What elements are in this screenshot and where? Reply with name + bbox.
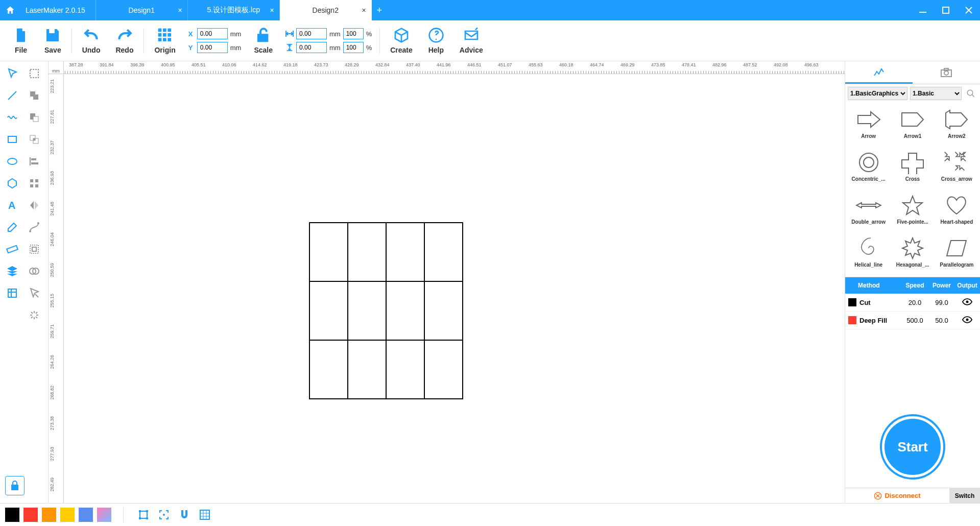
color-swatch[interactable]	[79, 508, 93, 522]
redo-icon	[116, 27, 133, 43]
close-icon[interactable]: ×	[270, 6, 274, 14]
category1-select[interactable]: 1.BasicGraphics	[848, 87, 907, 100]
polygon-tool[interactable]	[3, 174, 22, 193]
search-button[interactable]	[964, 87, 977, 100]
text-tool[interactable]: A	[3, 196, 22, 215]
tab-design1[interactable]: Design1 ×	[96, 0, 188, 20]
y-input[interactable]	[197, 42, 228, 53]
shape-item-cross[interactable]: Cross	[892, 148, 933, 188]
line-tool[interactable]	[3, 86, 22, 105]
select-tool[interactable]	[3, 64, 22, 83]
shape-preview	[895, 105, 930, 133]
layer-visibility-toggle[interactable]	[954, 298, 980, 307]
shape-item-arrow[interactable]: Arrow	[848, 105, 889, 146]
save-button[interactable]: Save	[37, 25, 69, 57]
magnet-tool[interactable]	[176, 507, 193, 523]
color-swatch[interactable]	[97, 508, 111, 522]
home-button[interactable]	[0, 0, 20, 20]
canvas[interactable]	[64, 74, 845, 503]
vertical-ruler[interactable]: 223.21227.81232.37236.93241.48246.04250.…	[49, 74, 64, 503]
mirror-tool[interactable]	[25, 196, 44, 215]
shape-item-hexagonal[interactable]: Hexagonal_...	[892, 234, 933, 274]
advice-button[interactable]: Advice	[452, 25, 491, 57]
trace-tool[interactable]	[25, 283, 44, 303]
shape-item-arrow[interactable]: Arrow1	[892, 105, 933, 146]
shape-item-helicalline[interactable]: Helical_line	[848, 234, 889, 274]
ruler-tick: 268.82	[50, 386, 55, 400]
layer-row[interactable]: Cut20.099.0	[845, 294, 980, 312]
color-swatch[interactable]	[60, 508, 75, 522]
width-input[interactable]	[296, 28, 327, 39]
svg-line-39	[35, 294, 38, 297]
close-icon[interactable]: ×	[362, 6, 366, 14]
subtract-icon	[28, 111, 40, 124]
color-swatch[interactable]	[5, 508, 19, 522]
disconnect-button[interactable]: Disconnect	[845, 488, 949, 503]
height-input[interactable]	[296, 42, 327, 53]
shape-item-concentric[interactable]: Concentric_...	[848, 148, 889, 188]
tab-template[interactable]: 5.设计图模板.lcp ×	[188, 0, 280, 20]
focus-tool[interactable]	[156, 507, 172, 523]
layer-row[interactable]: Deep Fill500.050.0	[845, 312, 980, 329]
switch-button[interactable]: Switch	[949, 488, 980, 503]
measure-tool[interactable]	[3, 240, 22, 259]
layer-visibility-toggle[interactable]	[954, 316, 980, 325]
marquee-tool[interactable]	[25, 64, 44, 83]
undo-button[interactable]: Undo	[75, 25, 108, 57]
outline-tool[interactable]	[25, 240, 44, 259]
shape-item-fivepointe[interactable]: Five-pointe...	[892, 191, 933, 231]
table-tool[interactable]	[3, 283, 22, 303]
color-swatch[interactable]	[23, 508, 38, 522]
horizontal-ruler[interactable]: 387.28391.84396.39400.95405.51410.06414.…	[64, 61, 845, 74]
start-button[interactable]: Start	[882, 416, 943, 477]
path-edit-tool[interactable]	[25, 218, 44, 237]
weld-tool[interactable]	[25, 261, 44, 281]
origin-icon	[157, 27, 173, 43]
help-button[interactable]: Help	[420, 25, 452, 57]
shape-preview	[895, 148, 930, 176]
layers-tool[interactable]	[3, 261, 22, 281]
shape-item-crossarrow[interactable]: Cross_arrow	[936, 148, 977, 188]
subtract-tool[interactable]	[25, 108, 44, 127]
burst-tool[interactable]	[25, 305, 44, 325]
file-button[interactable]: File	[5, 25, 37, 57]
svg-rect-62	[146, 510, 148, 512]
height-pct-input[interactable]	[343, 42, 364, 53]
shape-item-heartshaped[interactable]: Heart-shaped	[936, 191, 977, 231]
lock-panel-button[interactable]	[5, 476, 25, 495]
redo-button[interactable]: Redo	[108, 25, 141, 57]
origin-button[interactable]: Origin	[147, 25, 183, 57]
shape-item-parallelogram[interactable]: Parallelogram	[936, 234, 977, 274]
array-tool[interactable]	[25, 174, 44, 193]
add-tab-button[interactable]: +	[372, 0, 387, 20]
svg-rect-31	[7, 246, 18, 253]
align-tool[interactable]	[25, 152, 44, 171]
color-swatch[interactable]	[42, 508, 56, 522]
help-icon	[428, 27, 444, 43]
create-button[interactable]: Create	[383, 25, 420, 57]
minimize-button[interactable]	[911, 0, 934, 20]
category2-select[interactable]: 1.Basic	[910, 87, 962, 100]
scale-button[interactable]: Scale	[246, 25, 280, 57]
shape-item-arrow[interactable]: Arrow2	[936, 105, 977, 146]
tab-design2[interactable]: Design2 ×	[280, 0, 372, 20]
close-icon[interactable]: ×	[178, 6, 182, 14]
x-input[interactable]	[197, 28, 228, 39]
maximize-button[interactable]	[934, 0, 957, 20]
close-button[interactable]	[957, 0, 980, 20]
shape-preview	[895, 234, 930, 262]
curve-tool[interactable]	[3, 108, 22, 127]
rect-tool[interactable]	[3, 130, 22, 149]
ellipse-tool[interactable]	[3, 152, 22, 171]
width-pct-input[interactable]	[343, 28, 364, 39]
intersect-tool[interactable]	[25, 130, 44, 149]
grid-shape[interactable]	[309, 222, 463, 399]
shapes-tab[interactable]	[845, 61, 913, 84]
union-tool[interactable]	[25, 86, 44, 105]
camera-tab[interactable]	[913, 61, 980, 84]
main-toolbar: File Save Undo Redo Origin X mm Y mm Sca…	[0, 20, 980, 61]
bounds-tool[interactable]	[135, 507, 152, 523]
erase-tool[interactable]	[3, 218, 22, 237]
grid-view-tool[interactable]	[197, 507, 213, 523]
shape-item-doublearrow[interactable]: Double_arrow	[848, 191, 889, 231]
